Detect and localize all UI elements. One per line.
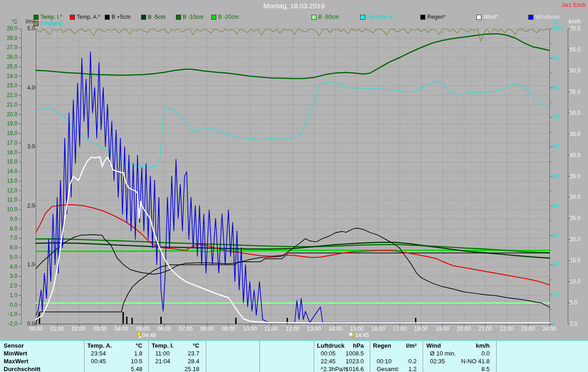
- temp-axis-tick-label: 9.0: [0, 216, 17, 222]
- legend-item-label: B +5cm: [112, 14, 130, 20]
- temp-axis-tick-label: 14.0: [0, 169, 17, 175]
- time-axis-tick-label: 16:00: [369, 326, 387, 332]
- temp-axis-tick-label: 2.0: [0, 283, 17, 289]
- rain-axis-tick-label: 1.0: [20, 262, 35, 268]
- wind-axis-tick-label: 15.0: [570, 258, 580, 264]
- wind-axis-tick-label: 5.0: [570, 300, 577, 306]
- rain-axis-tick-label: 5.0: [20, 26, 35, 32]
- table-column-divider: [423, 341, 423, 372]
- author-name: Jarz Erich: [561, 2, 586, 8]
- wind-axis-tick-label: 20.0: [570, 237, 580, 242]
- table-cell-value: 8.5: [426, 366, 490, 372]
- rain-axis-tick-label: 3.0: [20, 144, 35, 150]
- legend-item-label: Regen*: [427, 14, 446, 20]
- time-axis-tick-label: 20:00: [455, 326, 473, 332]
- table-column-unit: hPa: [317, 342, 364, 349]
- time-axis-tick-label: 08:00: [198, 326, 216, 332]
- time-axis-tick-label: 11:00: [262, 326, 280, 332]
- temp-axis-tick-label: 22.0: [0, 92, 17, 98]
- humidity-axis-tick-label: 60: [553, 144, 559, 150]
- weather-app-window: Montag, 18.03.2019 Jarz Erich °C l/m² % …: [0, 0, 588, 372]
- temp-axis-tick-label: 29.0: [0, 26, 17, 32]
- legend-item-label: Windböen: [535, 14, 560, 20]
- humidity-axis-tick-label: 30: [553, 232, 559, 238]
- legend-color-box-icon: [528, 15, 533, 20]
- temp-axis-tick-label: 13.0: [0, 178, 17, 184]
- humidity-axis-tick-label: 40: [553, 203, 559, 209]
- table-column-divider: [148, 341, 149, 372]
- temp-axis-tick-label: 1.0: [0, 293, 17, 299]
- table-row-label: Sensor: [4, 342, 24, 349]
- humidity-axis-tick-label: 50: [553, 174, 559, 180]
- time-axis-tick-label: 13:00: [305, 326, 323, 332]
- page-title: Montag, 18.03.2019: [0, 3, 588, 9]
- time-axis-tick-label: 19:00: [433, 326, 452, 332]
- temp-axis-tick-label: 6.0: [0, 245, 17, 251]
- humidity-axis-tick-label: 90: [553, 55, 559, 61]
- table-row-label: Durchschnitt: [4, 366, 40, 372]
- time-marker-label: 04:48: [142, 332, 156, 338]
- table-cell-value: 1.8: [87, 350, 142, 357]
- table-cell-value: 28.4: [152, 358, 199, 365]
- table-column-divider: [260, 341, 260, 372]
- legend-color-box-icon: [311, 15, 317, 20]
- table-column-unit: °C: [152, 342, 199, 349]
- table-cell-value: 1008.5: [317, 350, 364, 357]
- time-axis-tick-label: 21:00: [476, 326, 494, 332]
- table-cell-value: 5.48: [87, 366, 142, 372]
- time-axis-tick-label: 10:00: [241, 326, 259, 332]
- temp-axis-tick-label: 15.0: [0, 159, 17, 165]
- temp-axis-tick-label: 26.0: [0, 54, 17, 60]
- table-column-divider: [84, 341, 85, 372]
- time-axis-tick-label: 12:00: [283, 326, 302, 332]
- temp-axis-tick-label: 17.0: [0, 140, 17, 146]
- temp-axis-header: °C: [0, 18, 17, 25]
- temp-axis-tick-label: 23.0: [0, 83, 17, 89]
- wind-axis-tick-label: 40.0: [570, 152, 580, 158]
- legend-item-label: Temp. A.*: [77, 14, 100, 20]
- legend-color-box-icon: [420, 15, 425, 20]
- weather-chart-canvas: [0, 0, 588, 340]
- table-column-unit: l/m²: [373, 342, 417, 349]
- table-cell-value: 0.0: [426, 350, 490, 357]
- table-cell-value: 0.2: [373, 358, 417, 365]
- legend-item-label: B -20cm: [218, 14, 239, 20]
- time-marker-label: 14:45: [355, 332, 369, 338]
- time-axis-tick-label: 05:00: [134, 326, 152, 332]
- statistics-table: SensorMinWertMaxWertDurchschnittTemp. A.…: [0, 340, 588, 372]
- table-column-divider: [314, 341, 314, 372]
- legend-color-box-icon: [34, 15, 39, 20]
- temp-axis-tick-label: 16.0: [0, 150, 17, 156]
- temp-axis-tick-label: 5.0: [0, 254, 17, 260]
- temp-axis-tick-label: 10.0: [0, 207, 17, 213]
- time-axis-tick-label: 02:00: [69, 326, 88, 332]
- table-cell-value: 25.18: [152, 366, 199, 372]
- legend-color-box-icon: [105, 15, 110, 20]
- legend-item-label: Temp. I.*: [40, 14, 62, 20]
- legend-item-label: Feuchte A.*: [367, 14, 396, 20]
- table-column-divider: [496, 341, 497, 372]
- table-cell-value: N-NO 41.8: [426, 358, 490, 365]
- wind-axis-tick-label: 55.0: [570, 89, 580, 95]
- table-cell-value: 1023.0: [317, 358, 364, 365]
- wind-axis-tick-label: 45.0: [570, 131, 580, 137]
- temp-axis-tick-label: 24.0: [0, 73, 17, 79]
- time-axis-tick-label: 18:00: [412, 326, 430, 332]
- legend-color-box-icon: [176, 15, 181, 20]
- time-axis-tick-label: 14:00: [326, 326, 345, 332]
- wind-axis-tick-label: 30.0: [570, 194, 580, 200]
- time-axis-tick-label: 01:00: [48, 326, 67, 332]
- sunrise-icon: [136, 332, 142, 338]
- temp-axis-tick-label: -2.0: [0, 321, 17, 327]
- table-column-unit: °C: [87, 342, 142, 349]
- wind-axis-tick-label: 50.0: [570, 110, 580, 116]
- time-axis-tick-label: 03:00: [91, 326, 109, 332]
- legend-color-box-icon: [211, 15, 216, 20]
- legend-item-label: Empfang: [40, 20, 62, 27]
- legend-color-box-icon: [141, 15, 146, 20]
- wind-axis-tick-label: 35.0: [570, 174, 580, 180]
- wind-axis-tick-label: 60.0: [570, 68, 580, 74]
- legend-item-label: Wind*: [483, 14, 498, 20]
- humidity-axis-tick-label: 100: [553, 26, 562, 32]
- wind-axis-tick-label: 70.0: [570, 26, 580, 32]
